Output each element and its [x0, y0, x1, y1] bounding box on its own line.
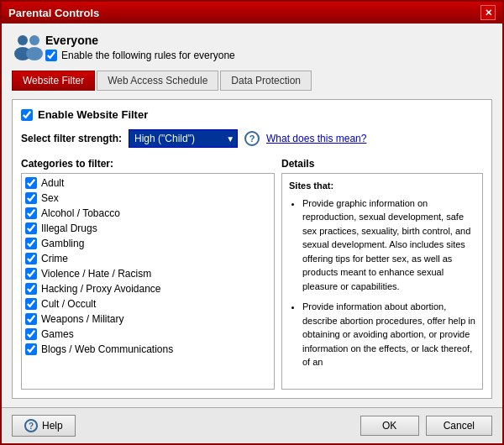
sites-that-label: Sites that: — [289, 179, 475, 193]
category-checkbox[interactable] — [25, 238, 37, 249]
user-icon — [12, 32, 45, 62]
help-button[interactable]: ? Help — [12, 415, 76, 437]
category-item[interactable]: Adult — [22, 175, 274, 191]
details-bullets-list: Provide graphic information on reproduct… — [289, 196, 475, 369]
category-label: Games — [41, 328, 74, 340]
user-row: Everyone Enable the following rules for … — [12, 32, 492, 62]
category-label: Adult — [41, 177, 64, 189]
category-label: Sex — [41, 192, 59, 204]
category-label: Gambling — [41, 238, 84, 249]
help-icon: ? — [24, 419, 38, 432]
parental-controls-window: Parental Controls ✕ Everyone Enable the … — [0, 0, 504, 445]
categories-details-row: Categories to filter: AdultSexAlcohol / … — [21, 158, 483, 390]
window-title: Parental Controls — [8, 7, 99, 19]
category-checkbox[interactable] — [25, 313, 37, 325]
category-item[interactable]: Games — [22, 327, 274, 342]
category-label: Blogs / Web Communications — [41, 343, 173, 355]
user-name: Everyone — [45, 34, 235, 47]
category-checkbox[interactable] — [25, 192, 37, 204]
close-button[interactable]: ✕ — [480, 5, 496, 20]
info-icon[interactable]: ? — [244, 131, 260, 146]
category-item[interactable]: Weapons / Military — [22, 312, 274, 327]
enable-filter-checkbox[interactable] — [21, 109, 33, 121]
category-item[interactable]: Hacking / Proxy Avoidance — [22, 281, 274, 296]
category-label: Weapons / Military — [41, 313, 123, 325]
enable-filter-row: Enable Website Filter — [21, 108, 483, 121]
what-does-this-mean-link[interactable]: What does this mean? — [266, 133, 366, 144]
category-checkbox[interactable] — [25, 222, 37, 234]
filter-dropdown-wrapper: High ("Child") Low Medium Custom ▼ — [129, 129, 238, 148]
category-checkbox[interactable] — [25, 328, 37, 340]
filter-strength-select[interactable]: High ("Child") Low Medium Custom — [129, 129, 238, 148]
details-content: Sites that: Provide graphic information … — [282, 174, 482, 389]
window-content: Everyone Enable the following rules for … — [2, 24, 502, 407]
category-label: Alcohol / Tobacco — [41, 207, 120, 219]
cancel-button[interactable]: Cancel — [426, 416, 492, 436]
category-item[interactable]: Blogs / Web Communications — [22, 342, 274, 357]
filter-strength-label: Select filter strength: — [21, 133, 122, 144]
category-item[interactable]: Illegal Drugs — [22, 221, 274, 236]
enable-everyone-row: Enable the following rules for everyone — [45, 50, 235, 61]
details-panel: Details Sites that: Provide graphic info… — [281, 158, 483, 390]
category-checkbox[interactable] — [25, 253, 37, 264]
details-bullet: Provide information about abortion, desc… — [302, 300, 475, 369]
svg-point-0 — [18, 35, 28, 45]
help-label: Help — [42, 420, 63, 432]
category-label: Cult / Occult — [41, 298, 96, 310]
footer-bar: ? Help OK Cancel — [2, 407, 502, 443]
tab-website-filter[interactable]: Website Filter — [12, 71, 95, 91]
details-content-wrapper: Sites that: Provide graphic information … — [281, 173, 483, 390]
category-item[interactable]: Crime — [22, 251, 274, 266]
enable-everyone-label: Enable the following rules for everyone — [61, 50, 235, 61]
user-info: Everyone Enable the following rules for … — [45, 34, 235, 61]
categories-list: AdultSexAlcohol / TobaccoIllegal DrugsGa… — [22, 174, 274, 389]
details-bullet: Provide graphic information on reproduct… — [302, 196, 475, 294]
category-item[interactable]: Alcohol / Tobacco — [22, 206, 274, 221]
tabs-bar: Website Filter Web Access Schedule Data … — [12, 71, 492, 91]
tab-data-protection[interactable]: Data Protection — [220, 71, 312, 91]
main-panel: Enable Website Filter Select filter stre… — [12, 99, 492, 399]
category-item[interactable]: Sex — [22, 191, 274, 206]
svg-point-3 — [26, 47, 43, 60]
category-item[interactable]: Gambling — [22, 236, 274, 251]
details-title: Details — [281, 158, 483, 170]
category-checkbox[interactable] — [25, 207, 37, 219]
tab-web-access[interactable]: Web Access Schedule — [97, 71, 218, 91]
category-checkbox[interactable] — [25, 343, 37, 355]
title-bar: Parental Controls ✕ — [2, 2, 502, 24]
filter-strength-row: Select filter strength: High ("Child") L… — [21, 129, 483, 148]
category-item[interactable]: Violence / Hate / Racism — [22, 266, 274, 281]
enable-filter-label: Enable Website Filter — [38, 108, 148, 121]
category-checkbox[interactable] — [25, 298, 37, 310]
category-label: Illegal Drugs — [41, 222, 97, 234]
ok-button[interactable]: OK — [360, 416, 419, 436]
category-label: Violence / Hate / Racism — [41, 268, 151, 280]
footer-right: OK Cancel — [360, 416, 492, 436]
categories-title: Categories to filter: — [21, 158, 275, 170]
category-label: Crime — [41, 253, 68, 264]
svg-point-2 — [29, 35, 39, 45]
categories-panel: Categories to filter: AdultSexAlcohol / … — [21, 158, 275, 390]
category-checkbox[interactable] — [25, 268, 37, 280]
category-item[interactable]: Cult / Occult — [22, 296, 274, 312]
category-label: Hacking / Proxy Avoidance — [41, 283, 161, 295]
category-checkbox[interactable] — [25, 177, 37, 189]
enable-everyone-checkbox[interactable] — [45, 50, 57, 61]
category-checkbox[interactable] — [25, 283, 37, 295]
categories-list-wrapper: AdultSexAlcohol / TobaccoIllegal DrugsGa… — [21, 173, 275, 390]
